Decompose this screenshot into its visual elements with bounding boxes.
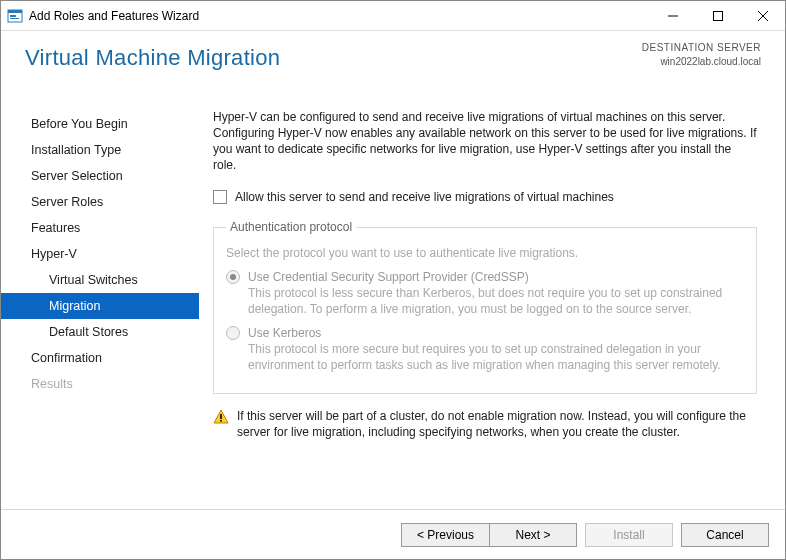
wizard-header: Virtual Machine Migration DESTINATION SE… xyxy=(1,31,785,91)
step-server-roles[interactable]: Server Roles xyxy=(1,189,199,215)
install-button: Install xyxy=(585,523,673,547)
warning-text: If this server will be part of a cluster… xyxy=(237,408,757,440)
allow-migrations-checkbox[interactable] xyxy=(213,190,227,204)
step-installation-type[interactable]: Installation Type xyxy=(1,137,199,163)
destination-label: DESTINATION SERVER xyxy=(642,41,761,55)
step-hyper-v[interactable]: Hyper-V xyxy=(1,241,199,267)
wizard-icon xyxy=(7,8,23,24)
window-title: Add Roles and Features Wizard xyxy=(23,9,650,23)
step-features[interactable]: Features xyxy=(1,215,199,241)
step-virtual-switches[interactable]: Virtual Switches xyxy=(1,267,199,293)
minimize-button[interactable] xyxy=(650,1,695,30)
radio-kerberos xyxy=(226,326,240,340)
credssp-desc: This protocol is less secure than Kerber… xyxy=(248,285,744,317)
maximize-button[interactable] xyxy=(695,1,740,30)
step-migration[interactable]: Migration xyxy=(1,293,199,319)
auth-option-credssp: Use Credential Security Support Provider… xyxy=(226,269,744,317)
auth-protocol-group: Authentication protocol Select the proto… xyxy=(213,219,757,394)
step-confirmation[interactable]: Confirmation xyxy=(1,345,199,371)
wizard-footer: < Previous Next > Install Cancel xyxy=(1,509,785,559)
cluster-warning: If this server will be part of a cluster… xyxy=(213,408,757,440)
svg-rect-9 xyxy=(220,414,222,419)
title-bar: Add Roles and Features Wizard xyxy=(1,1,785,31)
allow-migrations-label: Allow this server to send and receive li… xyxy=(235,189,614,205)
svg-rect-1 xyxy=(8,10,22,13)
auth-legend: Authentication protocol xyxy=(226,219,356,235)
allow-migrations-row[interactable]: Allow this server to send and receive li… xyxy=(213,189,757,205)
svg-rect-3 xyxy=(10,18,19,19)
auth-subtext: Select the protocol you want to use to a… xyxy=(226,245,744,261)
step-before-you-begin[interactable]: Before You Begin xyxy=(1,111,199,137)
svg-rect-10 xyxy=(220,420,222,422)
intro-text: Hyper-V can be configured to send and re… xyxy=(213,109,757,173)
auth-option-kerberos: Use Kerberos This protocol is more secur… xyxy=(226,325,744,373)
svg-rect-2 xyxy=(10,15,16,17)
credssp-label: Use Credential Security Support Provider… xyxy=(248,269,744,285)
wizard-steps-sidebar: Before You Begin Installation Type Serve… xyxy=(1,91,199,509)
close-button[interactable] xyxy=(740,1,785,30)
kerberos-label: Use Kerberos xyxy=(248,325,744,341)
warning-icon xyxy=(213,409,229,429)
radio-credssp xyxy=(226,270,240,284)
previous-button[interactable]: < Previous xyxy=(401,523,489,547)
destination-value: win2022lab.cloud.local xyxy=(642,55,761,69)
wizard-content: Hyper-V can be configured to send and re… xyxy=(199,91,785,509)
step-results: Results xyxy=(1,371,199,397)
kerberos-desc: This protocol is more secure but require… xyxy=(248,341,744,373)
destination-server: DESTINATION SERVER win2022lab.cloud.loca… xyxy=(642,41,761,69)
next-button[interactable]: Next > xyxy=(489,523,577,547)
step-default-stores[interactable]: Default Stores xyxy=(1,319,199,345)
cancel-button[interactable]: Cancel xyxy=(681,523,769,547)
svg-rect-5 xyxy=(713,11,722,20)
step-server-selection[interactable]: Server Selection xyxy=(1,163,199,189)
